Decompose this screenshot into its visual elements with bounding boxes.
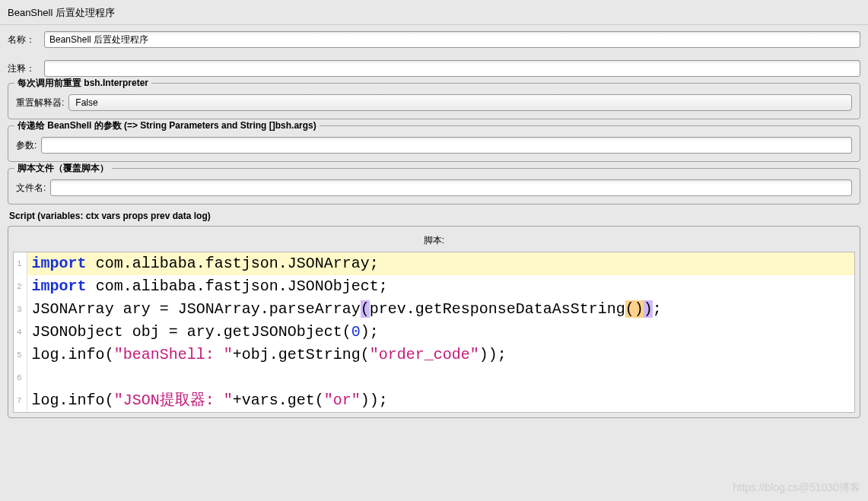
window-title: BeanShell 后置处理程序 (0, 0, 868, 25)
code-line[interactable] (27, 366, 854, 389)
interpreter-label: 重置解释器: (16, 97, 68, 109)
gutter-line: 5 (17, 344, 22, 366)
code-gutter: 1234567 (14, 252, 27, 412)
script-file-input[interactable] (50, 179, 852, 196)
script-box: 脚本: 1234567 import com.alibaba.fastjson.… (8, 226, 860, 418)
gutter-line: 7 (17, 389, 22, 412)
code-line[interactable]: log.info("beanShell: "+obj.getString("or… (27, 344, 854, 366)
code-line[interactable]: JSONObject obj = ary.getJSONObject(0); (27, 321, 854, 344)
gutter-line: 6 (17, 366, 22, 389)
script-file-section-title: 脚本文件（覆盖脚本） (14, 162, 112, 175)
title-text: BeanShell 后置处理程序 (8, 7, 115, 18)
name-input[interactable] (44, 31, 860, 48)
interpreter-section: 每次调用前重置 bsh.Interpreter 重置解释器: False (8, 83, 860, 119)
parameters-input[interactable] (41, 137, 852, 154)
name-row: 名称： (0, 25, 868, 54)
code-line[interactable]: JSONArray ary = JSONArray.parseArray(pre… (27, 298, 854, 321)
interpreter-combo[interactable]: False (68, 94, 852, 111)
gutter-line: 2 (17, 275, 22, 298)
parameters-label: 参数: (16, 139, 41, 152)
watermark: https://blog.cs@51030博客 (733, 481, 860, 495)
code-content[interactable]: import com.alibaba.fastjson.JSONArray;im… (27, 252, 854, 412)
gutter-line: 1 (17, 252, 22, 275)
script-header: Script (variables: ctx vars props prev d… (9, 211, 860, 221)
script-section: Script (variables: ctx vars props prev d… (8, 211, 860, 418)
interpreter-value: False (75, 97, 97, 108)
gutter-line: 4 (17, 321, 22, 344)
script-file-section: 脚本文件（覆盖脚本） 文件名: (8, 168, 860, 205)
interpreter-section-title: 每次调用前重置 bsh.Interpreter (14, 77, 151, 90)
script-file-label: 文件名: (16, 182, 50, 195)
code-line[interactable]: log.info("JSON提取器: "+vars.get("or")); (27, 389, 854, 412)
comment-label: 注释： (8, 62, 44, 75)
code-line[interactable]: import com.alibaba.fastjson.JSONObject; (27, 275, 854, 298)
comment-input[interactable] (44, 60, 860, 77)
parameters-section-title: 传递给 BeanShell 的参数 (=> String Parameters … (14, 119, 320, 132)
gutter-line: 3 (17, 298, 22, 321)
name-label: 名称： (8, 33, 44, 46)
code-line[interactable]: import com.alibaba.fastjson.JSONArray; (27, 252, 854, 275)
code-editor[interactable]: 1234567 import com.alibaba.fastjson.JSON… (13, 252, 855, 413)
script-subtitle: 脚本: (13, 231, 855, 252)
parameters-section: 传递给 BeanShell 的参数 (=> String Parameters … (8, 125, 860, 162)
